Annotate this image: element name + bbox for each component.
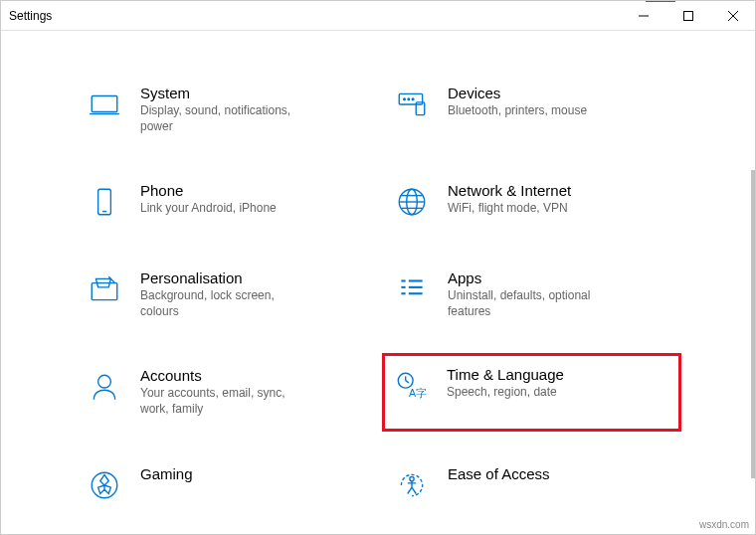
vertical-scrollbar[interactable] <box>751 170 756 478</box>
category-phone[interactable]: Phone Link your Android, iPhone <box>81 178 368 226</box>
window-title: Settings <box>9 9 52 23</box>
category-title: System <box>140 85 309 101</box>
category-gaming[interactable]: Gaming <box>81 461 368 509</box>
category-title: Personalisation <box>140 269 309 286</box>
category-desc: Link your Android, iPhone <box>140 201 277 217</box>
categories-grid: System Display, sound, notifications, po… <box>81 81 675 509</box>
category-ease-of-access[interactable]: Ease of Access <box>388 461 675 509</box>
category-title: Phone <box>140 182 277 199</box>
category-desc: Your accounts, email, sync, work, family <box>140 386 309 417</box>
time-language-icon: A字 <box>391 366 431 406</box>
system-icon <box>85 85 124 124</box>
svg-text:A字: A字 <box>409 387 427 399</box>
category-title: Gaming <box>140 465 193 482</box>
svg-point-8 <box>404 98 406 100</box>
category-system[interactable]: System Display, sound, notifications, po… <box>81 81 368 138</box>
paint-icon <box>85 269 124 309</box>
category-personalisation[interactable]: Personalisation Background, lock screen,… <box>81 266 368 323</box>
category-desc: Display, sound, notifications, power <box>140 103 309 134</box>
category-title: Devices <box>448 85 587 101</box>
svg-point-32 <box>410 476 414 480</box>
apps-icon <box>392 269 432 309</box>
category-title: Ease of Access <box>448 465 550 482</box>
category-desc: Uninstall, defaults, optional features <box>448 288 617 319</box>
category-title: Network & Internet <box>448 182 571 199</box>
category-accounts[interactable]: Accounts Your accounts, email, sync, wor… <box>81 363 368 421</box>
svg-rect-18 <box>92 283 117 300</box>
svg-point-9 <box>408 98 410 100</box>
devices-icon <box>392 85 432 124</box>
gaming-icon <box>85 465 124 505</box>
category-desc: Bluetooth, printers, mouse <box>448 103 587 119</box>
titlebar: Settings <box>1 1 755 31</box>
maximize-button[interactable] <box>665 1 710 31</box>
category-title: Apps <box>448 269 617 286</box>
globe-icon <box>392 182 432 222</box>
window-controls <box>621 1 755 30</box>
category-apps[interactable]: Apps Uninstall, defaults, optional featu… <box>388 266 675 323</box>
category-devices[interactable]: Devices Bluetooth, printers, mouse <box>388 81 675 138</box>
settings-content: System Display, sound, notifications, po… <box>1 31 755 534</box>
phone-icon <box>85 182 124 222</box>
category-desc: WiFi, flight mode, VPN <box>448 201 571 217</box>
category-title: Time & Language <box>447 366 564 383</box>
category-time-language[interactable]: A字 Time & Language Speech, region, date <box>382 353 681 431</box>
category-desc: Speech, region, date <box>447 385 564 401</box>
close-button[interactable] <box>710 1 755 31</box>
watermark: wsxdn.com <box>699 519 749 530</box>
category-network[interactable]: Network & Internet WiFi, flight mode, VP… <box>388 178 675 226</box>
minimize-button[interactable] <box>621 1 665 31</box>
window-accent <box>646 0 675 2</box>
category-title: Accounts <box>140 367 309 384</box>
person-icon <box>85 367 124 407</box>
svg-line-29 <box>406 381 409 383</box>
svg-rect-1 <box>683 12 692 21</box>
svg-point-26 <box>98 376 111 389</box>
svg-rect-4 <box>92 96 117 112</box>
svg-point-10 <box>412 98 414 100</box>
category-desc: Background, lock screen, colours <box>140 288 309 319</box>
ease-of-access-icon <box>392 465 432 505</box>
